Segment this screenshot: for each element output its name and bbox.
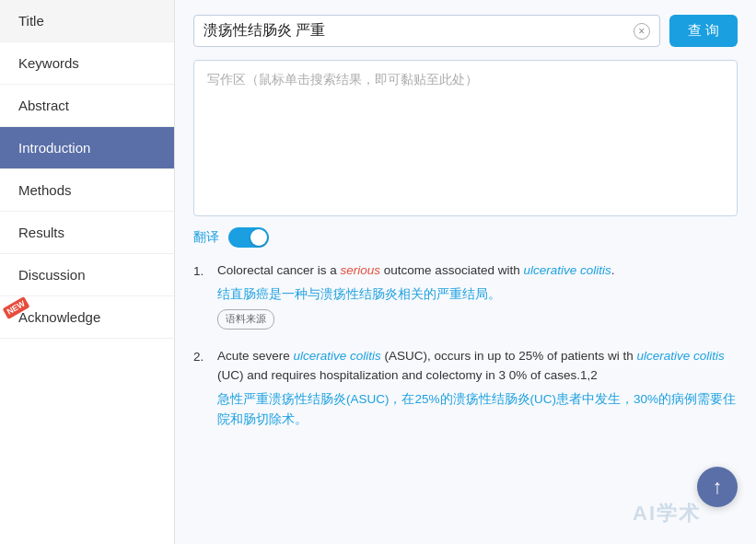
sidebar-item-label: Methods [18,182,72,198]
sidebar-item-acknowledge[interactable]: NEWAcknowledge [0,296,174,339]
sidebar-item-discussion[interactable]: Discussion [0,254,174,296]
sidebar-item-methods[interactable]: Methods [0,169,174,212]
translate-label: 翻译 [193,229,219,246]
sidebar-item-label: Results [18,225,64,240]
result-en-text: Acute severe ulcerative colitis (ASUC), … [217,346,738,386]
search-bar: 溃疡性结肠炎 严重 × 查 询 [193,15,738,47]
writing-area-placeholder: 写作区（鼠标单击搜索结果，即可黏贴至此处） [207,72,478,87]
sidebar-item-label: Discussion [18,267,86,283]
sidebar-item-introduction[interactable]: Introduction [0,127,174,169]
sidebar-item-keywords[interactable]: Keywords [0,42,174,85]
scroll-to-top-button[interactable]: ↑ [697,467,738,507]
sidebar-item-results[interactable]: Results [0,212,174,254]
sidebar-item-label: Introduction [18,140,90,156]
result-zh-text: 结直肠癌是一种与溃疡性结肠炎相关的严重结局。 [217,284,738,305]
search-input-wrapper[interactable]: 溃疡性结肠炎 严重 × [193,15,660,47]
translate-toggle[interactable] [228,227,269,248]
search-button[interactable]: 查 询 [669,15,738,47]
sidebar-item-label: Abstract [18,98,69,113]
result-content: Colorectal cancer is a serious outcome a… [217,260,738,330]
sidebar-item-title[interactable]: Title [0,0,174,42]
sidebar-item-abstract[interactable]: Abstract [0,85,174,127]
search-query-text: 溃疡性结肠炎 严重 [204,21,634,41]
sidebar-item-label: Acknowledge [18,309,100,325]
result-number: 2. [193,346,210,433]
result-number: 1. [193,260,210,330]
result-item-1: 1.Colorectal cancer is a serious outcome… [193,260,738,330]
clear-search-button[interactable]: × [634,23,650,40]
toggle-knob [250,229,267,246]
sidebar: TitleKeywordsAbstractIntroductionMethods… [0,0,175,544]
results-list: 1.Colorectal cancer is a serious outcome… [193,260,738,433]
result-en-text: Colorectal cancer is a serious outcome a… [217,260,738,281]
result-source-tag[interactable]: 语料来源 [217,309,274,330]
sidebar-item-label: Keywords [18,55,79,71]
writing-area[interactable]: 写作区（鼠标单击搜索结果，即可黏贴至此处） [193,60,738,216]
sidebar-item-label: Title [18,13,44,29]
result-zh-text: 急性严重溃疡性结肠炎(ASUC)，在25%的溃疡性结肠炎(UC)患者中发生，30… [217,389,738,429]
result-item-2: 2.Acute severe ulcerative colitis (ASUC)… [193,346,738,433]
main-content: 溃疡性结肠炎 严重 × 查 询 写作区（鼠标单击搜索结果，即可黏贴至此处） 翻译… [175,0,756,544]
result-content: Acute severe ulcerative colitis (ASUC), … [217,346,738,433]
translate-row: 翻译 [193,227,738,248]
